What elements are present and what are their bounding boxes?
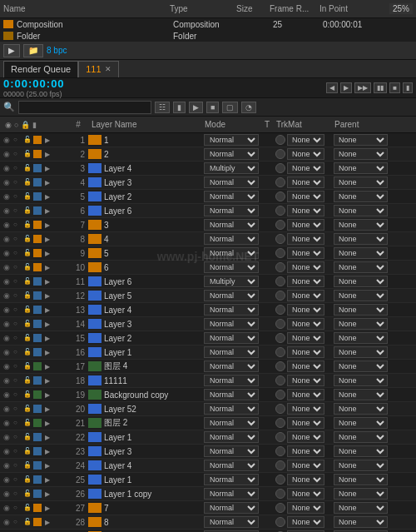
layer-mode-select[interactable]: NormalMultiplyScreenOverlayDarkenLighten… [204, 332, 259, 344]
layer-mode-select[interactable]: NormalMultiplyScreenOverlayDarkenLighten… [204, 290, 259, 301]
parent-select[interactable]: None [334, 148, 388, 160]
color-label-icon[interactable] [33, 136, 42, 144]
layer-mode-select[interactable]: NormalMultiplyScreenOverlayDarkenLighten… [204, 205, 259, 216]
layer-mode-select-wrapper[interactable]: NormalMultiplyScreenOverlayDarkenLighten… [204, 261, 264, 273]
layer-mode-select[interactable]: NormalMultiplyScreenOverlayDarkenLighten… [204, 261, 259, 273]
layer-row[interactable]: ◉○🔓▶14Layer 3NormalMultiplyScreenOverlay… [0, 317, 416, 331]
expand-arrow-icon[interactable]: ▶ [45, 505, 50, 512]
color-label-icon[interactable] [33, 461, 42, 470]
layer-parent-wrapper[interactable]: None [334, 134, 400, 146]
tab-111[interactable]: 111 ✕ [78, 61, 118, 77]
layer-mode-select[interactable]: NormalMultiplyScreenOverlayDarkenLighten… [204, 134, 259, 146]
layer-trkmatte-wrapper[interactable]: NoneAlphaLumaAlpha InvertedLuma Inverted [275, 191, 334, 202]
trkmatte-select[interactable]: NoneAlphaLumaAlpha InvertedLuma Inverted [287, 389, 324, 400]
layer-trkmatte-wrapper[interactable]: NoneAlphaLumaAlpha InvertedLuma Inverted [275, 403, 334, 415]
color-label-icon[interactable] [33, 192, 42, 201]
eye-icon[interactable]: ◉ [2, 489, 12, 499]
parent-select[interactable]: None [334, 417, 388, 429]
layer-mode-select-wrapper[interactable]: NormalMultiplyScreenOverlayDarkenLighten… [204, 148, 264, 160]
parent-select[interactable]: None [334, 375, 388, 386]
lock-icon[interactable]: 🔓 [23, 376, 32, 385]
lock-icon[interactable]: 🔓 [23, 419, 32, 427]
layer-row[interactable]: ◉○🔓▶22NormalMultiplyScreenOverlayDarkenL… [0, 147, 416, 162]
layer-row[interactable]: ◉○🔓▶5Layer 2NormalMultiplyScreenOverlayD… [0, 190, 416, 204]
search-btn-5[interactable]: ▢ [222, 102, 238, 113]
trkmatte-select[interactable]: NoneAlphaLumaAlpha InvertedLuma Inverted [287, 148, 324, 160]
layer-row[interactable]: ◉○🔓▶19Background copyNormalMultiplyScree… [0, 388, 416, 402]
expand-arrow-icon[interactable]: ▶ [45, 236, 50, 243]
lock-icon[interactable]: 🔓 [23, 390, 32, 399]
layer-trkmatte-wrapper[interactable]: NoneAlphaLumaAlpha InvertedLuma Inverted [275, 502, 334, 514]
eye-icon[interactable]: ◉ [2, 475, 12, 485]
layer-mode-select-wrapper[interactable]: NormalMultiplyScreenOverlayDarkenLighten… [204, 219, 264, 231]
eye-icon[interactable]: ◉ [2, 248, 12, 258]
expand-arrow-icon[interactable]: ▶ [45, 462, 50, 470]
layer-mode-select-wrapper[interactable]: NormalMultiplyScreenOverlayDarkenLighten… [204, 247, 264, 259]
layer-parent-wrapper[interactable]: None [334, 177, 400, 188]
layer-mode-select-wrapper[interactable]: NormalMultiplyScreenOverlayDarkenLighten… [204, 417, 264, 429]
color-label-icon[interactable] [33, 405, 42, 413]
expand-arrow-icon[interactable]: ▶ [45, 391, 50, 399]
color-label-icon[interactable] [33, 164, 42, 172]
layer-mode-select-wrapper[interactable]: NormalMultiplyScreenOverlayDarkenLighten… [204, 502, 264, 514]
color-label-icon[interactable] [33, 277, 42, 286]
expand-arrow-icon[interactable]: ▶ [45, 137, 50, 144]
layer-trkmatte-wrapper[interactable]: NoneAlphaLumaAlpha InvertedLuma Inverted [275, 360, 334, 372]
eye-icon[interactable]: ◉ [2, 460, 12, 470]
expand-arrow-icon[interactable]: ▶ [45, 306, 50, 314]
layer-parent-wrapper[interactable]: None [334, 304, 400, 316]
layer-mode-select[interactable]: NormalMultiplyScreenOverlayDarkenLighten… [204, 460, 259, 471]
layer-mode-select[interactable]: NormalMultiplyScreenOverlayDarkenLighten… [204, 148, 259, 160]
folder-btn[interactable]: 📁 [23, 44, 43, 57]
layer-mode-select[interactable]: NormalMultiplyScreenOverlayDarkenLighten… [204, 431, 259, 443]
layer-parent-wrapper[interactable]: None [334, 403, 400, 415]
layer-mode-select-wrapper[interactable]: NormalMultiplyScreenOverlayDarkenLighten… [204, 488, 264, 500]
eye-icon[interactable]: ◉ [2, 404, 12, 414]
parent-select[interactable]: None [334, 332, 388, 344]
lock-icon[interactable]: 🔓 [23, 348, 32, 356]
layer-mode-select-wrapper[interactable]: NormalMultiplyScreenOverlayDarkenLighten… [204, 162, 264, 174]
new-comp-btn[interactable]: ▶ [3, 44, 20, 57]
color-label-icon[interactable] [33, 419, 42, 427]
expand-arrow-icon[interactable]: ▶ [45, 420, 50, 427]
eye-icon[interactable]: ◉ [2, 446, 12, 456]
layer-row[interactable]: ◉○🔓▶106NormalMultiplyScreenOverlayDarken… [0, 261, 416, 275]
layer-parent-wrapper[interactable]: None [334, 516, 400, 528]
layer-parent-wrapper[interactable]: None [334, 191, 400, 202]
trkmatte-select[interactable]: NoneAlphaLumaAlpha InvertedLuma Inverted [287, 445, 324, 457]
layer-trkmatte-wrapper[interactable]: NoneAlphaLumaAlpha InvertedLuma Inverted [275, 247, 334, 259]
lock-icon[interactable]: 🔓 [23, 405, 32, 413]
layer-row[interactable]: ◉○🔓▶24Layer 4NormalMultiplyScreenOverlay… [0, 459, 416, 473]
layer-mode-select[interactable]: NormalMultiplyScreenOverlayDarkenLighten… [204, 445, 259, 457]
trkmatte-select[interactable]: NoneAlphaLumaAlpha InvertedLuma Inverted [287, 134, 324, 146]
lock-icon[interactable]: 🔓 [23, 164, 32, 172]
layer-mode-select[interactable]: NormalMultiplyScreenOverlayDarkenLighten… [204, 247, 259, 259]
parent-select[interactable]: None [334, 346, 388, 358]
layer-trkmatte-wrapper[interactable]: NoneAlphaLumaAlpha InvertedLuma Inverted [275, 474, 334, 485]
layer-trkmatte-wrapper[interactable]: NoneAlphaLumaAlpha InvertedLuma Inverted [275, 488, 334, 500]
search-btn-2[interactable]: ▮ [173, 102, 186, 113]
expand-arrow-icon[interactable]: ▶ [45, 151, 50, 158]
expand-arrow-icon[interactable]: ▶ [45, 165, 50, 172]
eye-icon[interactable]: ◉ [2, 503, 12, 513]
expand-arrow-icon[interactable]: ▶ [45, 519, 50, 526]
eye-icon[interactable]: ◉ [2, 149, 12, 159]
solo-icon[interactable]: ○ [13, 518, 22, 526]
parent-select[interactable]: None [334, 205, 388, 216]
layer-parent-wrapper[interactable]: None [334, 162, 400, 174]
layer-parent-wrapper[interactable]: None [334, 247, 400, 259]
layer-trkmatte-wrapper[interactable]: NoneAlphaLumaAlpha InvertedLuma Inverted [275, 148, 334, 160]
color-label-icon[interactable] [33, 447, 42, 455]
color-label-icon[interactable] [33, 348, 42, 356]
layer-parent-wrapper[interactable]: None [334, 346, 400, 358]
expand-arrow-icon[interactable]: ▶ [45, 278, 50, 286]
parent-select[interactable]: None [334, 360, 388, 372]
solo-icon[interactable]: ○ [13, 419, 22, 427]
parent-select[interactable]: None [334, 502, 388, 514]
lock-icon[interactable]: 🔓 [23, 249, 32, 257]
layer-row[interactable]: ◉○🔓▶84NormalMultiplyScreenOverlayDarkenL… [0, 232, 416, 246]
layer-trkmatte-wrapper[interactable]: NoneAlphaLumaAlpha InvertedLuma Inverted [275, 261, 334, 273]
layer-mode-select-wrapper[interactable]: NormalMultiplyScreenOverlayDarkenLighten… [204, 191, 264, 202]
layer-row[interactable]: ◉○🔓▶11Layer 6NormalMultiplyScreenOverlay… [0, 275, 416, 289]
parent-select[interactable]: None [334, 431, 388, 443]
